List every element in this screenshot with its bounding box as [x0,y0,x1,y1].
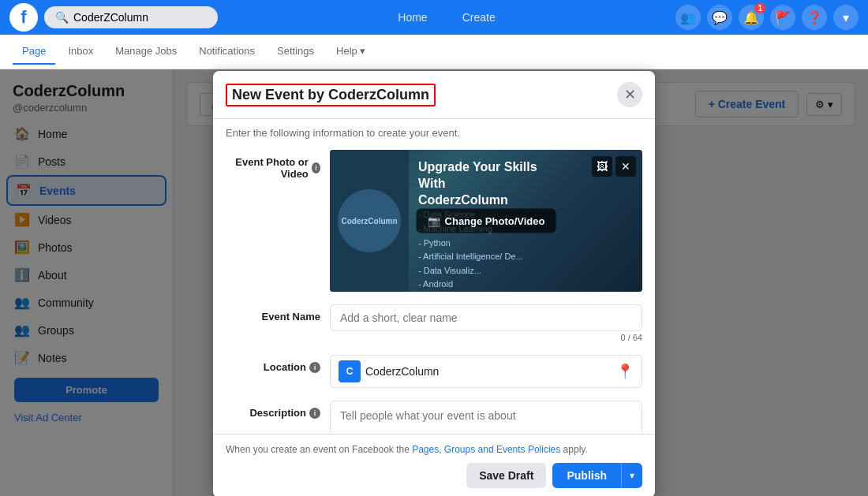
modal-intro-text: Enter the following information to creat… [213,119,655,144]
logo-text: CoderzColumn [341,216,397,226]
flag-icon-btn[interactable]: 🚩 [770,5,795,30]
tab-notifications[interactable]: Notifications [189,39,264,65]
location-value: CoderzColumn [365,365,612,378]
create-event-modal: New Event by CoderzColumn ✕ Enter the fo… [213,71,655,496]
char-count: 0 / 64 [330,333,642,342]
tab-inbox[interactable]: Inbox [58,39,103,65]
facebook-logo: f [9,3,38,32]
modal-body: Enter the following information to creat… [213,119,655,434]
location-form-row: Location i C CoderzColumn 📍 [213,349,655,394]
description-form-row: Description i [213,394,655,434]
location-pin-icon[interactable]: 📍 [616,363,634,380]
location-label: Location i [226,355,320,373]
photo-form-row: Event Photo or Video i CoderzColumn [213,144,655,298]
top-navigation: f 🔍 Home Create 👥 💬 🔔 1 🚩 ❓ ▾ [0,0,868,35]
tab-settings[interactable]: Settings [268,39,324,65]
main-layout: CoderzColumn @coderzcolumn 🏠 Home 📄 Post… [0,69,868,496]
modal-title: New Event by CoderzColumn [226,84,436,106]
photo-edit-button[interactable]: 🖼 [592,156,612,177]
event-name-label: Event Name [226,304,320,323]
description-info-icon[interactable]: i [309,408,320,419]
location-field[interactable]: C CoderzColumn 📍 [330,355,642,388]
footer-actions: Save Draft Publish ▾ [226,463,642,488]
people-icon-btn[interactable]: 👥 [675,5,701,30]
description-label: Description i [226,401,320,419]
modal-footer: When you create an event on Facebook the… [213,434,655,496]
location-control: C CoderzColumn 📍 [330,355,642,388]
photo-control: CoderzColumn Upgrade Your SkillsWithCode… [330,150,642,292]
nav-center: Home Create [218,8,675,27]
event-name-control: 0 / 64 [330,304,642,342]
location-info-icon[interactable]: i [309,362,320,373]
help-icon-btn[interactable]: ❓ [802,5,827,30]
modal-overlay: New Event by CoderzColumn ✕ Enter the fo… [0,69,868,496]
notification-badge: 1 [754,3,765,13]
nav-create[interactable]: Create [456,8,502,27]
change-photo-button[interactable]: 📷 Change Photo/Video [417,209,556,233]
modal-header: New Event by CoderzColumn ✕ [213,71,655,119]
account-chevron-btn[interactable]: ▾ [833,5,859,30]
tab-manage-jobs[interactable]: Manage Jobs [106,39,186,65]
camera-icon: 📷 [428,215,440,227]
photo-logo-area: CoderzColumn [330,150,409,292]
nav-right: 👥 💬 🔔 1 🚩 ❓ ▾ [675,5,859,30]
photo-remove-button[interactable]: ✕ [615,156,636,177]
search-icon: 🔍 [55,11,69,24]
tab-page[interactable]: Page [13,39,55,65]
nav-home[interactable]: Home [391,8,433,27]
save-draft-button[interactable]: Save Draft [466,463,546,488]
event-name-form-row: Event Name 0 / 64 [213,298,655,349]
publish-dropdown-button[interactable]: ▾ [621,463,642,488]
event-name-input[interactable] [330,304,642,331]
policies-link[interactable]: Pages, Groups and Events Policies [412,444,560,455]
messenger-icon-btn[interactable]: 💬 [707,5,732,30]
photo-info-icon[interactable]: i [312,162,320,173]
page-tabs-bar: Page Inbox Manage Jobs Notifications Set… [0,35,868,69]
modal-close-button[interactable]: ✕ [617,82,642,107]
location-avatar: C [339,360,361,382]
publish-chevron-icon: ▾ [630,470,634,481]
search-bar[interactable]: 🔍 [44,6,218,28]
search-input[interactable] [73,11,208,24]
publish-button[interactable]: Publish [552,463,621,488]
photo-label: Event Photo or Video i [226,150,320,180]
description-textarea[interactable] [330,401,642,434]
footer-notice: When you create an event on Facebook the… [226,444,642,455]
publish-button-group: Publish ▾ [552,463,642,488]
tab-help[interactable]: Help ▾ [327,39,375,65]
photo-overlay-buttons: 🖼 ✕ [592,156,636,177]
event-photo-area: CoderzColumn Upgrade Your SkillsWithCode… [330,150,642,292]
description-control [330,401,642,434]
logo-circle: CoderzColumn [338,189,401,252]
notifications-icon-btn[interactable]: 🔔 1 [739,5,764,30]
